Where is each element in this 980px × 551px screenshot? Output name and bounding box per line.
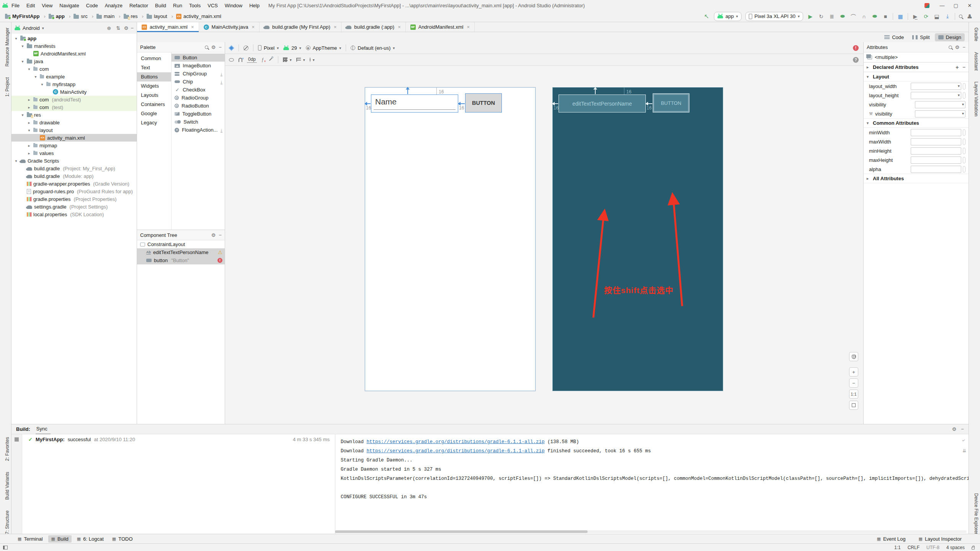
profile-avatar[interactable]: 👤︎ [966,13,973,20]
scroll-to-end-icon[interactable]: ⇊ [962,448,966,453]
tool-window-button-build[interactable]: ▦Build [48,535,72,543]
menu-item[interactable]: Run [170,2,186,10]
close-icon[interactable] [251,24,255,30]
project-tree-item[interactable]: ▸drawable [11,119,137,126]
gear-icon[interactable] [124,25,129,31]
palette-item[interactable]: +FloatingAction...↓ [172,126,225,134]
close-button[interactable]: ✕ [967,3,972,8]
palette-item[interactable]: ToggleButton↓ [172,110,225,118]
emulator-button[interactable]: ▶̲ [912,13,919,20]
build-status-row[interactable]: ✓ MyFirstApp: successful at 2020/9/10 11… [22,434,335,444]
editor-tab[interactable]: build.gradle (:app) [341,22,405,32]
attribute-flag-button[interactable] [963,83,965,90]
status-item[interactable]: UTF-8 [926,545,939,550]
attribute-flag-button[interactable] [963,148,965,154]
gear-icon[interactable] [955,44,960,50]
gear-icon[interactable] [211,232,216,238]
project-tree-item[interactable]: ▾java [11,57,137,65]
zoom-in-button[interactable]: + [849,367,858,377]
notification-icon[interactable] [924,3,929,8]
status-item[interactable]: 1:1 [894,545,901,550]
run-config-select[interactable]: app▾ [714,12,742,21]
project-tree-item[interactable]: gradle.properties(Project Properties) [11,195,137,203]
tool-window-button-logcat[interactable]: ▦6: Logcat [74,535,107,543]
menu-item[interactable]: File [8,2,23,10]
attribute-value-field[interactable] [915,110,965,117]
palette-item[interactable]: ✓CheckBox↓ [172,86,225,94]
attributes-section-header[interactable]: ▾Common Attributes [864,118,969,128]
editor-tab[interactable]: CMainActivity.java [199,22,260,32]
hide-panel-icon[interactable] [961,426,964,432]
attribute-flag-button[interactable] [963,92,965,99]
theme-select[interactable]: ◉AppTheme▾ [306,45,341,51]
menu-item[interactable]: View [38,2,56,10]
project-tree-item[interactable]: CMainActivity [11,88,137,96]
filter-icon[interactable] [15,437,19,442]
design-view-phone[interactable]: 16 16 16 Name BUTTON [365,87,536,391]
updates-button[interactable]: ⤓ [944,13,951,20]
menu-item[interactable]: Analyze [101,2,126,10]
menu-item[interactable]: Window [221,2,246,10]
sync-tab[interactable]: Sync [36,424,51,434]
design-canvas[interactable]: 16 16 16 Name BUTTON 16 16 16 editTextTe… [225,66,863,424]
hide-panel-icon[interactable] [131,25,134,31]
close-icon[interactable] [333,24,337,30]
project-tree-item[interactable]: ▸mipmap [11,142,137,149]
palette-category[interactable]: Google [137,109,171,118]
attributes-section-header[interactable]: ▸Declared Attributes [864,62,969,72]
attribute-value-field[interactable] [911,156,961,164]
profile-app-button[interactable]: ∩ [861,13,867,20]
project-tree-item[interactable]: MFAndroidManifest.xml [11,50,137,57]
breadcrumb-item[interactable]: layout [145,13,174,20]
menu-item[interactable]: Tools [186,2,204,10]
gear-icon[interactable] [211,44,216,50]
tool-window-switcher-icon[interactable] [3,546,8,549]
tool-strip-label[interactable]: 2: Favorites [5,437,10,461]
project-tree-item[interactable]: ▸values [11,149,137,157]
attribute-flag-button[interactable] [963,129,965,136]
zoom-level[interactable]: 1:1 [849,390,858,399]
textfield-widget-blueprint[interactable]: editTextTextPersonName [559,95,646,112]
run-button[interactable]: ▶ [807,13,814,20]
collapse-all-icon[interactable]: ⇅ [115,25,122,31]
menu-item[interactable]: Build [152,2,170,10]
menu-item[interactable]: Code [83,2,101,10]
profiler-button[interactable]: ⌒ [850,13,857,20]
stop-button[interactable]: ■ [882,13,889,20]
hide-panel-icon[interactable] [962,44,965,50]
sync-project-button[interactable]: ⟳ [923,13,929,20]
palette-item[interactable]: ImageButton↓ [172,62,225,70]
breadcrumb-item[interactable]: main [95,13,122,20]
project-tree-item[interactable]: ▾com [11,65,137,73]
component-tree-item[interactable]: button"Button"! [137,256,225,264]
menu-item[interactable]: Refactor [126,2,152,10]
editor-tab[interactable]: <>activity_main.xml [137,22,199,32]
status-item[interactable]: 4 spaces [946,545,965,550]
project-tree-item[interactable]: ▾manifests [11,42,137,50]
tool-strip-label[interactable]: Resource Manager [5,28,10,67]
api-version-select[interactable]: 29▾ [283,45,301,51]
attribute-value-field[interactable] [911,83,961,90]
gear-icon[interactable] [952,426,957,432]
palette-category[interactable]: Buttons [137,72,171,82]
align-icon[interactable] [296,58,301,62]
attributes-section-header[interactable]: ▾Layout [864,72,969,82]
soft-wrap-icon[interactable]: ⤶ [962,437,966,443]
minimize-button[interactable]: — [939,3,945,8]
attribute-value-field[interactable] [911,166,961,173]
tool-window-button-todo[interactable]: ▦TODO [109,535,136,543]
attribute-flag-button[interactable] [963,139,965,145]
apply-changes-button[interactable]: ↻ [818,13,825,20]
attribute-value-field[interactable] [911,147,961,155]
tool-strip-label[interactable]: Layout Validation [973,82,979,116]
search-icon[interactable] [949,46,952,49]
project-tree-item[interactable]: ▸com(test) [11,103,137,111]
component-tree-item[interactable]: ConstraintLayout [137,240,225,248]
button-widget[interactable]: BUTTON [465,93,502,112]
back-arrow-icon[interactable]: ↖ [703,13,710,20]
attribute-value-field[interactable] [911,92,961,99]
help-icon[interactable]: ? [853,57,859,63]
palette-item[interactable]: Button↓ [172,54,225,62]
locate-file-icon[interactable]: ⊕ [106,25,113,31]
zoom-to-fit-button[interactable] [849,401,858,410]
